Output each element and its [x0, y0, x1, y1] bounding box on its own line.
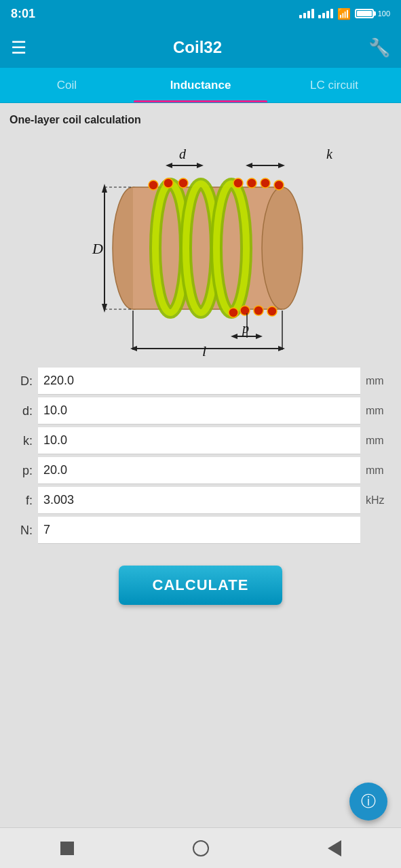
- battery-level: 100: [378, 9, 390, 18]
- svg-point-12: [164, 178, 173, 188]
- input-section: D: mm d: mm k: mm p: mm f: kHz N:: [0, 368, 401, 544]
- label-d: d:: [14, 404, 38, 418]
- wifi-icon: 📶: [337, 7, 351, 20]
- svg-point-17: [274, 180, 284, 190]
- input-row-k: k: mm: [14, 427, 387, 454]
- svg-point-13: [178, 178, 188, 188]
- input-row-N: N:: [14, 517, 387, 544]
- input-f[interactable]: [38, 487, 360, 514]
- unit-p: mm: [360, 465, 387, 477]
- signal-bars-1: [299, 9, 314, 18]
- svg-marker-23: [102, 184, 107, 193]
- svg-point-11: [149, 180, 158, 190]
- svg-point-21: [229, 308, 238, 317]
- svg-marker-29: [166, 163, 172, 168]
- tab-coil[interactable]: Coil: [0, 68, 134, 102]
- svg-text:k: k: [326, 146, 333, 161]
- svg-text:D: D: [92, 240, 103, 257]
- status-bar: 8:01 📶 100: [0, 0, 401, 27]
- svg-point-19: [254, 306, 263, 315]
- signal-bars-2: [318, 9, 333, 18]
- svg-point-18: [240, 306, 250, 315]
- input-row-D: D: mm: [14, 368, 387, 395]
- status-time: 8:01: [11, 7, 35, 21]
- svg-marker-37: [231, 334, 237, 339]
- unit-k: mm: [360, 435, 387, 447]
- coil-svg: D d k p l: [65, 140, 337, 357]
- svg-marker-33: [246, 163, 252, 168]
- label-k: k:: [14, 434, 38, 448]
- svg-marker-30: [197, 163, 204, 168]
- bottom-nav: [0, 827, 401, 868]
- unit-d: mm: [360, 405, 387, 417]
- status-icons: 📶 100: [299, 7, 390, 20]
- input-d[interactable]: [38, 397, 360, 425]
- section-title: One-layer coil calculation: [0, 111, 401, 133]
- svg-marker-34: [278, 163, 285, 168]
- battery-icon: [355, 9, 374, 18]
- svg-text:p: p: [241, 321, 249, 336]
- input-row-p: p: mm: [14, 457, 387, 484]
- tab-lc-circuit[interactable]: LC circuit: [267, 68, 401, 102]
- svg-point-2: [262, 187, 303, 309]
- input-p[interactable]: [38, 457, 360, 484]
- svg-marker-43: [278, 346, 285, 351]
- svg-marker-38: [256, 334, 263, 339]
- coil-diagram: D d k p l: [0, 133, 401, 368]
- label-N: N:: [14, 524, 38, 538]
- nav-home[interactable]: [187, 835, 214, 862]
- fab-info[interactable]: ⓘ: [349, 783, 387, 821]
- svg-marker-24: [102, 304, 107, 313]
- app-bar: ☰ Coil32 🔧: [0, 27, 401, 68]
- svg-text:l: l: [202, 342, 206, 357]
- label-p: p:: [14, 464, 38, 478]
- settings-icon[interactable]: 🔧: [368, 37, 390, 58]
- tab-bar: Coil Inductance LC circuit: [0, 68, 401, 103]
- svg-point-14: [233, 178, 243, 188]
- menu-icon[interactable]: ☰: [11, 37, 26, 58]
- svg-text:d: d: [179, 146, 187, 161]
- main-content: One-layer coil calculation: [0, 103, 401, 827]
- calculate-button[interactable]: CALCULATE: [119, 566, 283, 605]
- unit-f: kHz: [360, 494, 387, 507]
- unit-D: mm: [360, 375, 387, 387]
- app-title: Coil32: [173, 38, 222, 57]
- input-D[interactable]: [38, 368, 360, 395]
- svg-point-16: [261, 178, 270, 188]
- input-k[interactable]: [38, 427, 360, 454]
- label-f: f:: [14, 494, 38, 508]
- svg-point-15: [247, 178, 256, 188]
- square-icon: [60, 842, 74, 855]
- nav-recent-apps[interactable]: [54, 835, 81, 862]
- input-row-d: d: mm: [14, 397, 387, 425]
- info-icon: ⓘ: [361, 791, 376, 812]
- nav-back[interactable]: [321, 835, 348, 862]
- circle-icon: [193, 840, 209, 856]
- label-D: D:: [14, 374, 38, 389]
- input-N[interactable]: [38, 517, 360, 544]
- input-row-f: f: kHz: [14, 487, 387, 514]
- triangle-icon: [328, 840, 341, 856]
- svg-marker-42: [130, 346, 137, 351]
- svg-point-20: [267, 307, 277, 316]
- calculate-button-container: CALCULATE: [0, 547, 401, 618]
- tab-inductance[interactable]: Inductance: [134, 68, 267, 102]
